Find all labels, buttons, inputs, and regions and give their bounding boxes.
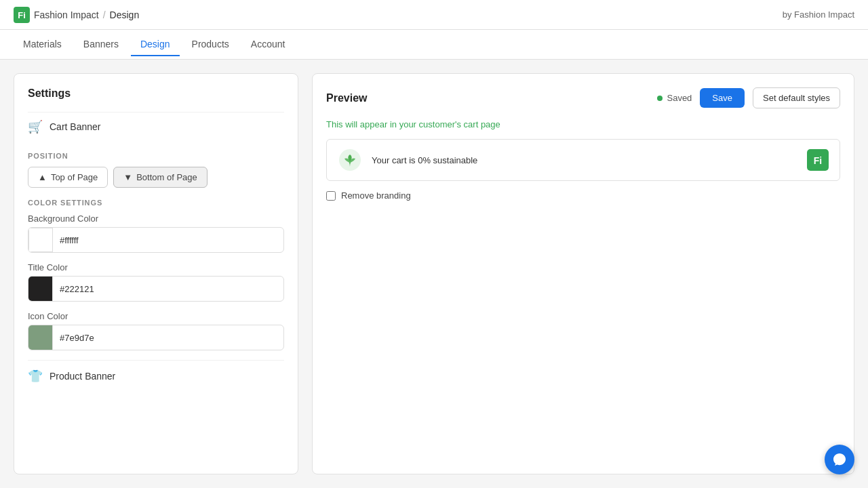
save-button[interactable]: Save <box>700 88 745 108</box>
settings-title: Settings <box>28 87 284 100</box>
remove-branding-label: Remove branding <box>341 190 411 201</box>
breadcrumb-separator: / <box>103 9 106 20</box>
preview-header: Preview Saved Save Set default styles <box>326 87 840 108</box>
brand-name: Fashion Impact <box>34 9 99 20</box>
app-logo: Fi <box>14 7 30 23</box>
title-color-field: Title Color <box>28 262 284 302</box>
remove-branding-checkbox[interactable] <box>326 191 336 201</box>
background-color-label: Background Color <box>28 214 284 224</box>
svg-text:Fi: Fi <box>18 10 26 20</box>
nav-materials[interactable]: Materials <box>14 33 71 56</box>
product-banner-label: Product Banner <box>50 371 115 382</box>
icon-color-swatch[interactable] <box>28 325 53 350</box>
title-color-input[interactable] <box>53 277 283 301</box>
fi-logo-preview: Fi <box>807 149 829 171</box>
main-nav: Materials Banners Design Products Accoun… <box>0 30 868 60</box>
cart-icon: 🛒 <box>28 119 43 134</box>
title-color-input-row <box>28 276 284 302</box>
icon-color-input[interactable] <box>53 325 283 350</box>
color-settings-label: COLOR SETTINGS <box>28 199 284 207</box>
product-banner-section: 👕 Product Banner <box>28 360 284 392</box>
icon-color-label: Icon Color <box>28 311 284 321</box>
topbar-brand: Fi Fashion Impact / Design <box>14 7 139 23</box>
current-page-label: Design <box>110 9 140 20</box>
saved-indicator: Saved <box>657 93 692 103</box>
background-color-field: Background Color <box>28 214 284 253</box>
title-color-label: Title Color <box>28 262 284 272</box>
svg-text:Fi: Fi <box>814 155 822 166</box>
main-content: Settings 🛒 Cart Banner POSITION ▲ Top of… <box>0 60 868 488</box>
top-of-page-label: Top of Page <box>51 172 98 182</box>
top-of-page-button[interactable]: ▲ Top of Page <box>28 167 108 188</box>
icon-color-input-row <box>28 325 284 350</box>
cart-banner-section: 🛒 Cart Banner <box>28 112 284 141</box>
topbar-by-label: by Fashion Impact <box>783 9 854 20</box>
position-buttons: ▲ Top of Page ▼ Bottom of Page <box>28 167 284 188</box>
nav-design[interactable]: Design <box>131 33 180 56</box>
topbar: Fi Fashion Impact / Design by Fashion Im… <box>0 0 868 30</box>
settings-panel: Settings 🛒 Cart Banner POSITION ▲ Top of… <box>14 73 298 474</box>
cart-banner-label: Cart Banner <box>50 121 100 132</box>
title-color-swatch[interactable] <box>28 277 53 301</box>
bottom-of-page-label: Bottom of Page <box>136 172 197 182</box>
plant-icon <box>338 148 362 172</box>
saved-label: Saved <box>667 93 692 103</box>
tshirt-icon: 👕 <box>28 369 43 384</box>
icon-color-field: Icon Color <box>28 311 284 350</box>
preview-title: Preview <box>326 92 367 104</box>
chat-button[interactable] <box>825 445 854 474</box>
preview-hint: This will appear in your customer's cart… <box>326 119 840 129</box>
nav-products[interactable]: Products <box>182 33 239 56</box>
set-default-styles-button[interactable]: Set default styles <box>753 87 840 108</box>
remove-branding-row: Remove branding <box>326 190 840 201</box>
bottom-of-page-button[interactable]: ▼ Bottom of Page <box>113 167 208 188</box>
nav-account[interactable]: Account <box>241 33 295 56</box>
nav-banners[interactable]: Banners <box>74 33 128 56</box>
banner-preview-card: Your cart is 0% sustainable Fi <box>326 139 840 181</box>
arrow-up-icon: ▲ <box>38 172 47 182</box>
background-color-input-row <box>28 227 284 253</box>
banner-preview-text: Your cart is 0% sustainable <box>372 155 477 165</box>
position-section-label: POSITION <box>28 152 284 160</box>
banner-card-left: Your cart is 0% sustainable <box>338 148 477 172</box>
arrow-down-icon: ▼ <box>123 172 132 182</box>
background-color-input[interactable] <box>53 228 283 252</box>
preview-actions: Saved Save Set default styles <box>657 87 840 108</box>
background-color-swatch[interactable] <box>28 228 53 252</box>
saved-dot <box>657 96 663 101</box>
preview-panel: Preview Saved Save Set default styles Th… <box>312 73 854 474</box>
chat-icon <box>832 452 847 467</box>
